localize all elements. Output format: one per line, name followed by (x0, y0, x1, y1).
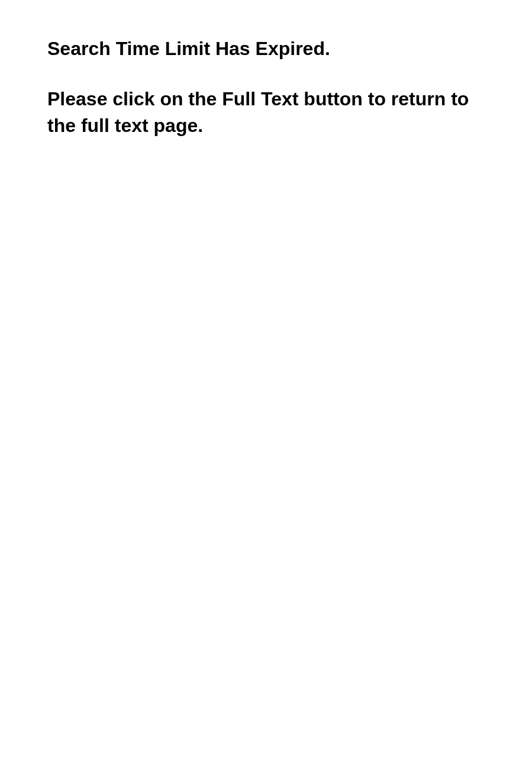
expired-heading: Search Time Limit Has Expired. (47, 36, 485, 62)
instruction-text: Please click on the Full Text button to … (47, 86, 473, 139)
